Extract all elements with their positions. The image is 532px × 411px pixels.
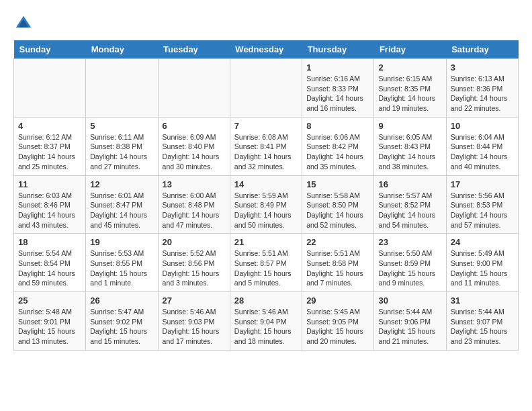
calendar-cell: 24Sunrise: 5:49 AM Sunset: 9:00 PM Dayli… [446,234,518,292]
day-number: 7 [234,121,298,131]
day-info: Sunrise: 6:15 AM Sunset: 8:35 PM Dayligh… [378,74,441,113]
day-number: 26 [90,295,153,306]
day-info: Sunrise: 6:01 AM Sunset: 8:47 PM Dayligh… [90,191,153,230]
day-info: Sunrise: 5:47 AM Sunset: 9:02 PM Dayligh… [90,307,153,347]
day-info: Sunrise: 5:50 AM Sunset: 8:59 PM Dayligh… [378,248,441,288]
day-info: Sunrise: 5:54 AM Sunset: 8:54 PM Dayligh… [18,248,81,288]
calendar-week-row: 4Sunrise: 6:12 AM Sunset: 8:37 PM Daylig… [14,117,519,175]
calendar-cell: 25Sunrise: 5:48 AM Sunset: 9:01 PM Dayli… [14,292,86,351]
day-number: 31 [451,295,514,306]
day-number: 22 [306,237,369,247]
day-number: 17 [451,179,514,189]
day-number: 18 [18,237,81,247]
calendar-cell: 11Sunrise: 6:03 AM Sunset: 8:46 PM Dayli… [14,175,86,234]
weekday-header-thursday: Thursday [302,40,374,59]
day-number: 20 [163,237,226,247]
weekday-header-friday: Friday [374,40,446,59]
calendar-cell: 13Sunrise: 6:00 AM Sunset: 8:48 PM Dayli… [158,175,230,234]
day-number: 16 [378,179,441,189]
day-info: Sunrise: 6:11 AM Sunset: 8:38 PM Dayligh… [90,132,153,172]
calendar-cell: 19Sunrise: 5:53 AM Sunset: 8:55 PM Dayli… [86,234,158,292]
day-info: Sunrise: 5:58 AM Sunset: 8:50 PM Dayligh… [306,191,369,230]
calendar-cell: 31Sunrise: 5:44 AM Sunset: 9:07 PM Dayli… [446,292,518,351]
day-number: 9 [378,121,441,131]
day-number: 15 [306,179,369,189]
calendar-week-row: 1Sunrise: 6:16 AM Sunset: 8:33 PM Daylig… [14,59,519,118]
calendar-cell: 12Sunrise: 6:01 AM Sunset: 8:47 PM Dayli… [86,175,158,234]
day-info: Sunrise: 5:46 AM Sunset: 9:03 PM Dayligh… [163,307,226,347]
calendar-cell: 21Sunrise: 5:51 AM Sunset: 8:57 PM Dayli… [230,234,302,292]
day-number: 1 [306,62,369,73]
weekday-header-sunday: Sunday [14,40,86,59]
day-info: Sunrise: 6:16 AM Sunset: 8:33 PM Dayligh… [306,74,369,113]
day-number: 3 [451,62,514,73]
weekday-header-tuesday: Tuesday [158,40,230,59]
day-number: 14 [234,179,298,189]
day-number: 12 [90,179,153,189]
calendar-cell: 20Sunrise: 5:52 AM Sunset: 8:56 PM Dayli… [158,234,230,292]
calendar-week-row: 25Sunrise: 5:48 AM Sunset: 9:01 PM Dayli… [14,292,519,351]
day-number: 6 [163,121,226,131]
day-number: 2 [378,62,441,73]
day-info: Sunrise: 5:51 AM Sunset: 8:58 PM Dayligh… [306,248,369,288]
calendar-cell: 1Sunrise: 6:16 AM Sunset: 8:33 PM Daylig… [302,59,374,118]
day-number: 8 [306,121,369,131]
day-number: 4 [18,121,81,131]
day-number: 29 [306,295,369,306]
weekday-header-saturday: Saturday [446,40,518,59]
calendar-cell: 18Sunrise: 5:54 AM Sunset: 8:54 PM Dayli… [14,234,86,292]
calendar-cell: 2Sunrise: 6:15 AM Sunset: 8:35 PM Daylig… [374,59,446,118]
day-info: Sunrise: 6:03 AM Sunset: 8:46 PM Dayligh… [18,191,81,230]
day-number: 13 [163,179,226,189]
calendar-cell [158,59,230,118]
calendar-cell: 27Sunrise: 5:46 AM Sunset: 9:03 PM Dayli… [158,292,230,351]
logo-icon [13,13,34,34]
day-info: Sunrise: 5:49 AM Sunset: 9:00 PM Dayligh… [451,248,514,288]
day-info: Sunrise: 6:06 AM Sunset: 8:42 PM Dayligh… [306,132,369,172]
day-info: Sunrise: 5:48 AM Sunset: 9:01 PM Dayligh… [18,307,81,347]
calendar-cell: 10Sunrise: 6:04 AM Sunset: 8:44 PM Dayli… [446,117,518,175]
day-info: Sunrise: 5:59 AM Sunset: 8:49 PM Dayligh… [234,191,298,230]
day-info: Sunrise: 6:09 AM Sunset: 8:40 PM Dayligh… [163,132,226,172]
calendar-cell: 8Sunrise: 6:06 AM Sunset: 8:42 PM Daylig… [302,117,374,175]
day-info: Sunrise: 5:52 AM Sunset: 8:56 PM Dayligh… [163,248,226,288]
day-number: 10 [451,121,514,131]
day-number: 27 [163,295,226,306]
day-info: Sunrise: 6:04 AM Sunset: 8:44 PM Dayligh… [451,132,514,172]
calendar-cell: 7Sunrise: 6:08 AM Sunset: 8:41 PM Daylig… [230,117,302,175]
day-number: 25 [18,295,81,306]
calendar-cell: 5Sunrise: 6:11 AM Sunset: 8:38 PM Daylig… [86,117,158,175]
day-number: 19 [90,237,153,247]
calendar-cell [86,59,158,118]
day-number: 30 [378,295,441,306]
calendar-cell [230,59,302,118]
day-number: 23 [378,237,441,247]
calendar-week-row: 11Sunrise: 6:03 AM Sunset: 8:46 PM Dayli… [14,175,519,234]
calendar-week-row: 18Sunrise: 5:54 AM Sunset: 8:54 PM Dayli… [14,234,519,292]
calendar-cell: 26Sunrise: 5:47 AM Sunset: 9:02 PM Dayli… [86,292,158,351]
day-info: Sunrise: 5:53 AM Sunset: 8:55 PM Dayligh… [90,248,153,288]
logo [13,13,36,34]
day-info: Sunrise: 5:44 AM Sunset: 9:06 PM Dayligh… [378,307,441,347]
calendar-cell: 17Sunrise: 5:56 AM Sunset: 8:53 PM Dayli… [446,175,518,234]
day-info: Sunrise: 6:12 AM Sunset: 8:37 PM Dayligh… [18,132,81,172]
calendar-cell: 23Sunrise: 5:50 AM Sunset: 8:59 PM Dayli… [374,234,446,292]
calendar-cell: 15Sunrise: 5:58 AM Sunset: 8:50 PM Dayli… [302,175,374,234]
calendar-cell: 4Sunrise: 6:12 AM Sunset: 8:37 PM Daylig… [14,117,86,175]
calendar-cell: 16Sunrise: 5:57 AM Sunset: 8:52 PM Dayli… [374,175,446,234]
calendar-cell: 9Sunrise: 6:05 AM Sunset: 8:43 PM Daylig… [374,117,446,175]
day-info: Sunrise: 5:51 AM Sunset: 8:57 PM Dayligh… [234,248,298,288]
calendar-cell: 6Sunrise: 6:09 AM Sunset: 8:40 PM Daylig… [158,117,230,175]
calendar-cell: 14Sunrise: 5:59 AM Sunset: 8:49 PM Dayli… [230,175,302,234]
day-info: Sunrise: 6:00 AM Sunset: 8:48 PM Dayligh… [163,191,226,230]
day-number: 24 [451,237,514,247]
day-info: Sunrise: 5:57 AM Sunset: 8:52 PM Dayligh… [378,191,441,230]
day-info: Sunrise: 6:13 AM Sunset: 8:36 PM Dayligh… [451,74,514,113]
calendar-table: SundayMondayTuesdayWednesdayThursdayFrid… [13,40,519,351]
calendar-cell: 3Sunrise: 6:13 AM Sunset: 8:36 PM Daylig… [446,59,518,118]
day-number: 11 [18,179,81,189]
day-number: 5 [90,121,153,131]
day-info: Sunrise: 6:05 AM Sunset: 8:43 PM Dayligh… [378,132,441,172]
calendar-cell: 29Sunrise: 5:45 AM Sunset: 9:05 PM Dayli… [302,292,374,351]
day-info: Sunrise: 6:08 AM Sunset: 8:41 PM Dayligh… [234,132,298,172]
